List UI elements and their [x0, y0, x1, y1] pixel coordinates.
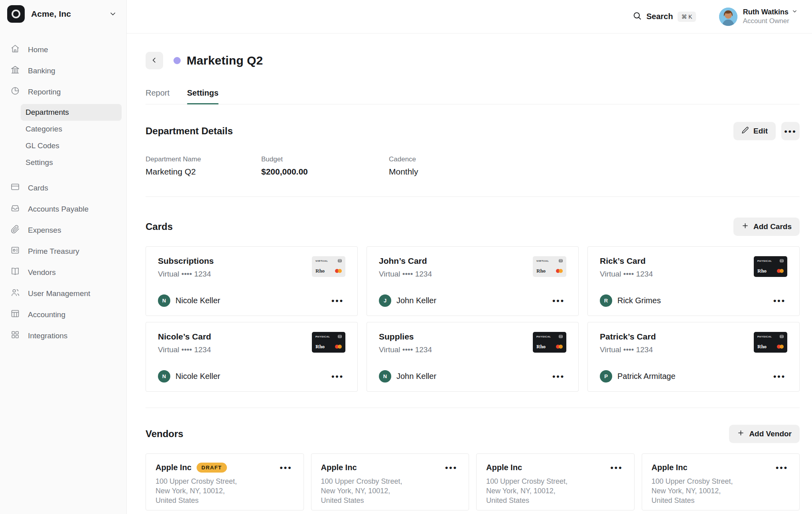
sidebar-item-prime-treasury[interactable]: Prime Treasury [5, 241, 122, 262]
chevron-down-icon [792, 8, 798, 16]
sidebar-item-label: Prime Treasury [28, 247, 79, 256]
ellipsis-icon: ••• [445, 463, 457, 472]
ellipsis-icon: ••• [331, 296, 344, 305]
pie-chart-icon [10, 86, 20, 98]
vendor-overflow-button[interactable]: ••• [278, 462, 294, 473]
mini-card-icon [559, 335, 563, 338]
sidebar: Acme, Inc Home Banking [0, 0, 127, 514]
department-details-actions: Edit ••• [733, 122, 800, 140]
vendors-grid: Apple Inc DRAFT ••• 100 Upper Crosby Str… [146, 453, 800, 510]
vendor-tile: Apple Inc ••• 100 Upper Crosby Street, N… [476, 453, 635, 510]
user-name: Ruth Watkins [743, 8, 788, 16]
card-title: John’s Card [379, 256, 432, 266]
ellipsis-icon: ••• [776, 463, 788, 472]
mini-card-icon [559, 259, 563, 263]
sidebar-item-departments[interactable]: Departments [21, 104, 122, 121]
tab-report[interactable]: Report [146, 88, 169, 104]
sidebar-item-integrations[interactable]: Integrations [5, 325, 122, 346]
search-label: Search [646, 12, 673, 21]
workspace-name: Acme, Inc [31, 9, 71, 19]
mini-card-icon [780, 335, 784, 338]
sidebar-item-accounts-payable[interactable]: Accounts Payable [5, 198, 122, 220]
tab-bar: Report Settings [146, 88, 800, 104]
sidebar-item-cards[interactable]: Cards [5, 177, 122, 198]
sidebar-item-expenses[interactable]: Expenses [5, 220, 122, 241]
mini-card-icon [338, 259, 342, 263]
card-overflow-button[interactable]: ••• [772, 371, 787, 382]
card-title: Nicole’s Card [158, 332, 211, 341]
card-holder: R Rick Grimes [600, 294, 661, 307]
mastercard-icon [335, 269, 342, 273]
sidebar-item-label: Expenses [28, 226, 61, 235]
plus-icon [741, 222, 749, 231]
field-value: Marketing Q2 [146, 167, 261, 177]
vendor-tile: Apple Inc DRAFT ••• 100 Upper Crosby Str… [146, 453, 304, 510]
sidebar-item-banking[interactable]: Banking [5, 60, 122, 81]
sidebar-item-label: Accounts Payable [28, 205, 89, 214]
section-divider [146, 408, 800, 408]
department-overflow-button[interactable]: ••• [781, 122, 800, 140]
card-holder: P Patrick Armitage [600, 370, 676, 383]
sidebar-item-vendors[interactable]: Vendors [5, 262, 122, 283]
card-overflow-button[interactable]: ••• [551, 371, 566, 382]
card-type-label: PHYSICAL [757, 335, 772, 338]
user-info: Ruth Watkins Account Owner [743, 8, 798, 25]
main-area: Search ⌘ K Ruth Watkins [127, 0, 812, 514]
vendor-address: 100 Upper Crosby Street, New York, NY, 1… [321, 477, 459, 505]
back-button[interactable] [146, 52, 163, 69]
address-line: 100 Upper Crosby Street, [486, 477, 625, 487]
sidebar-item-label: Reporting [28, 88, 61, 96]
status-badge: DRAFT [197, 463, 227, 473]
sidebar-item-home[interactable]: Home [5, 39, 122, 60]
vendor-overflow-button[interactable]: ••• [774, 462, 790, 473]
search-icon [633, 11, 642, 22]
sidebar-item-user-management[interactable]: User Management [5, 283, 122, 304]
credit-card-icon [10, 182, 20, 194]
card-type-label: PHYSICAL [536, 335, 551, 338]
card-overflow-button[interactable]: ••• [330, 371, 345, 382]
card-type-label: VIRTUAL [315, 260, 328, 262]
tab-settings[interactable]: Settings [187, 88, 219, 104]
vendor-name: Apple Inc [156, 463, 191, 472]
sidebar-item-categories[interactable]: Categories [21, 121, 122, 137]
home-icon [10, 44, 20, 55]
page-content: Marketing Q2 Report Settings Department … [127, 33, 812, 514]
card-overflow-button[interactable]: ••• [330, 295, 345, 306]
card-overflow-button[interactable]: ••• [772, 295, 787, 306]
search-trigger[interactable]: Search ⌘ K [633, 11, 696, 22]
mastercard-icon [777, 269, 784, 273]
address-line: New York, NY, 10012, [652, 487, 790, 496]
field-label: Cadence [389, 155, 800, 163]
vendor-overflow-button[interactable]: ••• [609, 462, 624, 473]
sidebar-item-reporting[interactable]: Reporting [5, 81, 122, 102]
paperclip-icon [10, 224, 20, 236]
vendor-address: 100 Upper Crosby Street, New York, NY, 1… [156, 477, 294, 505]
sidebar-item-gl-codes[interactable]: GL Codes [21, 137, 122, 154]
vendor-overflow-button[interactable]: ••• [443, 462, 459, 473]
sidebar-item-label: Home [28, 45, 48, 54]
card-thumbnail: VIRTUAL Rho [312, 256, 345, 277]
book-icon [10, 267, 20, 278]
workspace-switcher[interactable]: Acme, Inc [0, 0, 126, 28]
card-title: Subscriptions [158, 256, 214, 266]
card-meta: Virtual •••• 1234 [379, 270, 432, 279]
holder-name: Nicole Keller [175, 372, 220, 381]
sidebar-item-settings[interactable]: Settings [21, 154, 122, 171]
rho-wordmark: Rho [315, 268, 325, 274]
sidebar-item-label: Integrations [28, 332, 67, 340]
add-cards-button[interactable]: Add Cards [733, 218, 800, 236]
rho-wordmark: Rho [536, 268, 546, 274]
sidebar-item-label: Vendors [28, 268, 56, 277]
card-thumbnail: PHYSICAL Rho [754, 256, 787, 277]
search-shortcut: ⌘ K [678, 12, 696, 22]
edit-button[interactable]: Edit [733, 122, 776, 140]
user-role: Account Owner [743, 17, 798, 25]
page-title: Marketing Q2 [187, 54, 263, 67]
chevron-down-icon [109, 10, 119, 18]
card-title: Patrick’s Card [600, 332, 656, 341]
card-type-label: PHYSICAL [315, 335, 330, 338]
sidebar-item-accounting[interactable]: Accounting [5, 304, 122, 325]
add-vendor-button[interactable]: Add Vendor [729, 425, 800, 443]
user-menu[interactable]: Ruth Watkins Account Owner [719, 8, 798, 26]
card-overflow-button[interactable]: ••• [551, 295, 566, 306]
